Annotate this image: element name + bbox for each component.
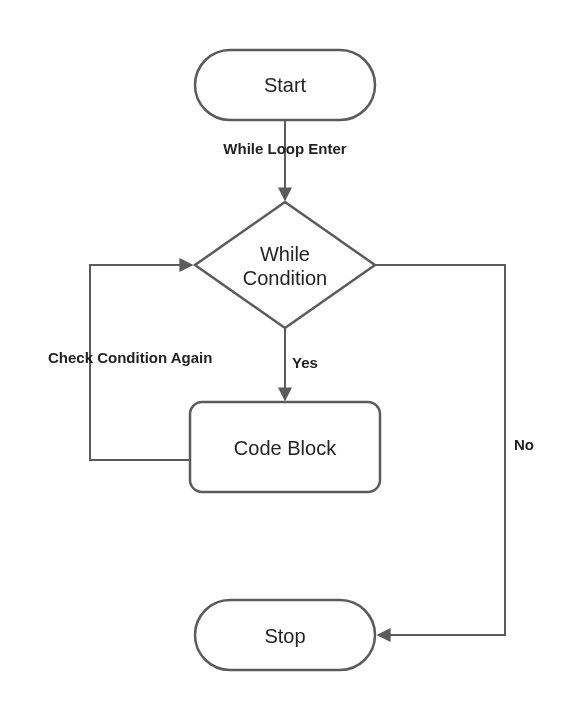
edge-loop-back-label: Check Condition Again bbox=[48, 349, 212, 366]
start-label: Start bbox=[264, 74, 307, 96]
edge-enter: While Loop Enter bbox=[223, 120, 346, 200]
edge-enter-label: While Loop Enter bbox=[223, 140, 346, 157]
code-block-node: Code Block bbox=[190, 402, 380, 492]
condition-label-2: Condition bbox=[243, 267, 328, 289]
start-node: Start bbox=[195, 50, 375, 120]
edge-no: No bbox=[375, 265, 534, 635]
stop-node: Stop bbox=[195, 600, 375, 670]
edge-yes-label: Yes bbox=[292, 354, 318, 371]
edge-yes: Yes bbox=[285, 328, 318, 400]
code-block-label: Code Block bbox=[234, 437, 337, 459]
edge-no-label: No bbox=[514, 436, 534, 453]
edge-loop-back: Check Condition Again bbox=[48, 265, 212, 460]
stop-label: Stop bbox=[264, 625, 305, 647]
condition-label-1: While bbox=[260, 243, 310, 265]
flowchart-canvas: Start While Loop Enter While Condition Y… bbox=[0, 0, 579, 720]
condition-node: While Condition bbox=[195, 202, 375, 328]
